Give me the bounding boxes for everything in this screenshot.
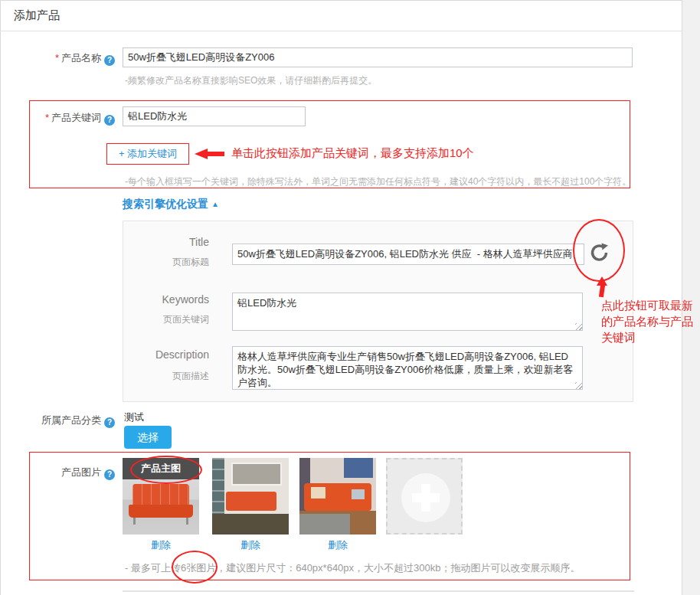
annotation-refresh-note: 点此按钮可取最新 的产品名称与产品 关键词: [601, 297, 693, 345]
seo-keywords-textarea-wrap: 铝LED防水光: [232, 293, 583, 331]
product-name-input[interactable]: [123, 47, 633, 67]
seo-description-label: Description: [123, 348, 209, 361]
seo-settings-toggle[interactable]: 搜索引擎优化设置 ▲: [123, 198, 219, 211]
select-category-button[interactable]: 选择: [124, 426, 172, 449]
seo-title-label: Title: [123, 236, 209, 248]
page: 添加产品 *产品名称? -频繁修改产品名称直接影响SEO效果，请仔细斟酌后再提交…: [0, 0, 700, 595]
add-keyword-button[interactable]: + 添加关键词: [106, 143, 189, 165]
product-images-label: 产品图片?: [0, 466, 115, 480]
required-mark: *: [55, 52, 59, 64]
product-name-label: *产品名称?: [0, 51, 115, 66]
keyword-input-wrap: [123, 106, 306, 126]
annotation-circle-six-images: [172, 551, 218, 584]
seo-description-textarea-wrap: 格林人造草坪供应商专业生产销售50w折叠飞翅LED高明设备ZY006, 铝LED…: [232, 346, 583, 390]
delete-image-link[interactable]: 删除: [123, 538, 199, 552]
seo-title-input-wrap: [232, 244, 584, 265]
seo-description-sublabel: 页面描述: [123, 370, 209, 383]
product-photo-3[interactable]: [299, 458, 376, 535]
seo-keywords-label: Keywords: [123, 293, 209, 306]
seo-keywords-sublabel: 页面关键词: [123, 313, 209, 326]
delete-image-link[interactable]: 删除: [212, 538, 289, 552]
page-header: 添加产品: [0, 0, 682, 31]
keyword-label: *产品关键词?: [0, 111, 115, 126]
category-value: 测试: [124, 410, 144, 424]
delete-image-link[interactable]: 删除: [299, 538, 376, 552]
seo-description-textarea[interactable]: 格林人造草坪供应商专业生产销售50w折叠飞翅LED高明设备ZY006, 铝LED…: [232, 346, 583, 390]
sofa-photo: [299, 458, 376, 535]
seo-title-sublabel: 页面标题: [123, 256, 209, 269]
page-title: 添加产品: [14, 8, 60, 23]
product-photo-2[interactable]: [212, 458, 289, 535]
annotation-circle-main-badge: [130, 456, 202, 484]
sofa-photo: [212, 458, 289, 535]
keyword-help: -每个输入框填写一个关键词，除特殊写法外，单词之间无需添加任何标点符号，建议40…: [125, 175, 631, 188]
annotation-arrow-left-icon: [195, 149, 225, 159]
seo-keywords-textarea[interactable]: 铝LED防水光: [232, 293, 583, 331]
section-divider: [123, 590, 634, 592]
help-icon[interactable]: ?: [104, 417, 115, 428]
upload-image-button[interactable]: [386, 458, 463, 535]
product-name-input-wrap: [123, 47, 633, 67]
seo-title-input[interactable]: [232, 244, 584, 265]
help-icon[interactable]: ?: [104, 115, 115, 126]
chevron-up-icon: ▲: [211, 200, 219, 208]
help-icon[interactable]: ?: [104, 55, 115, 66]
required-mark: *: [45, 112, 49, 123]
annotation-circle-refresh: [573, 219, 625, 282]
annotation-keyword-note: 单击此按钮添加产品关键词，最多支持添加10个: [231, 146, 474, 161]
product-name-help: -频繁修改产品名称直接影响SEO效果，请仔细斟酌后再提交。: [125, 74, 377, 87]
annotation-arrow-up-icon: [597, 276, 607, 298]
seo-panel: Title 页面标题 Keywords 页面关键词 铝LED防水光 Descri…: [123, 221, 633, 402]
keyword-input[interactable]: [123, 106, 306, 126]
help-icon[interactable]: ?: [104, 469, 115, 480]
category-label: 所属产品分类?: [0, 414, 115, 428]
